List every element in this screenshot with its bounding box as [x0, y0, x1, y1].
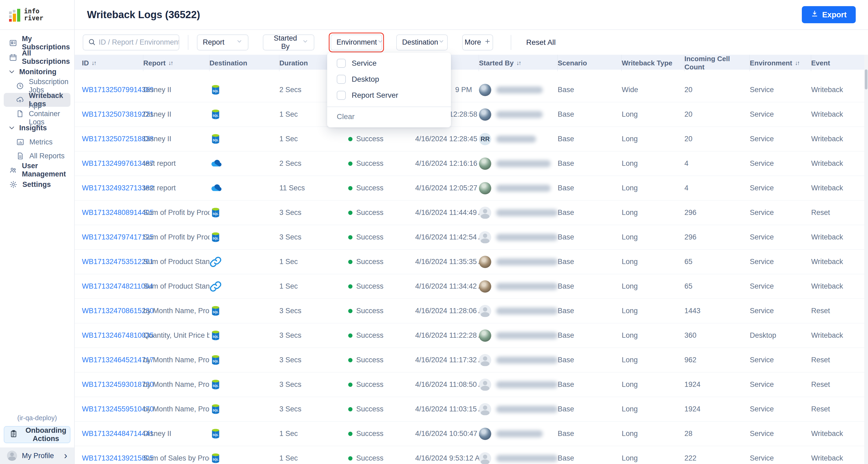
sort-arrows-icon[interactable]: ↓↑ [795, 60, 799, 66]
incoming-cell-count-value: 360 [684, 331, 750, 340]
log-id-link[interactable]: WB171324708615230 [82, 307, 143, 315]
report-name: by Month Name, Product, S [143, 380, 210, 389]
environment-option-desktop[interactable]: Desktop [327, 71, 451, 87]
topbar: Writeback Logs (36522) Export [75, 0, 868, 30]
column-header-event: Event [811, 55, 868, 71]
started-by-cell [479, 84, 558, 96]
log-id-link[interactable]: WB171324484714441 [82, 430, 143, 438]
environment-value: Service [750, 208, 811, 217]
log-id-link[interactable]: WB171324997613487 [82, 160, 143, 168]
column-header-id[interactable]: ID↓↑ [82, 55, 143, 71]
incoming-cell-count-value: 296 [684, 208, 750, 217]
incoming-cell-count-value: 1443 [684, 307, 750, 315]
log-id-link[interactable]: WB171325073819221 [82, 110, 143, 119]
log-id-link[interactable]: WB171324139215805 [82, 454, 143, 462]
status-badge: Success [348, 430, 415, 438]
user-avatar [479, 182, 491, 194]
log-id-link[interactable]: WB171324559510470 [82, 405, 143, 413]
log-id-link[interactable]: WB171324674810035 [82, 331, 143, 340]
sidebar-item-settings[interactable]: Settings [0, 177, 74, 192]
log-id-link[interactable]: WB171324808914405 [82, 208, 143, 217]
status-badge: Success [348, 282, 415, 290]
log-id-link[interactable]: WB171324932713382 [82, 184, 143, 192]
sort-arrows-icon[interactable]: ↓↑ [516, 60, 521, 66]
environment-option-report-server[interactable]: Report Server [327, 87, 451, 103]
inforiver-logo-icon [9, 8, 20, 22]
log-id-link[interactable]: WB171324797417125 [82, 233, 143, 241]
started-at-value: 4/16/2024 11:42:54 AM [415, 233, 479, 241]
column-header-started-by[interactable]: Started By↓↑ [479, 55, 558, 71]
writeback-type-value: Long [622, 331, 684, 340]
started-by-cell [479, 379, 558, 391]
event-value: Writeback [811, 135, 868, 143]
column-header-scenario: Scenario [558, 55, 622, 71]
onboarding-actions-button[interactable]: Onboarding Actions [4, 426, 70, 443]
status-badge: Success [348, 405, 415, 413]
log-id-link[interactable]: WB171325072518838 [82, 135, 143, 143]
log-id-link[interactable]: WB171324753512261 [82, 258, 143, 266]
filter-report-button[interactable]: Report [197, 34, 248, 51]
sidebar-item-all-reports[interactable]: All Reports [0, 149, 74, 163]
svg-text:SQL: SQL [213, 310, 219, 313]
page-title: Writeback Logs (36522) [87, 9, 200, 21]
environment-value: Service [750, 233, 811, 241]
column-header-report[interactable]: Report↓↑ [143, 55, 210, 71]
environment-option-service[interactable]: Service [327, 55, 451, 71]
search-box[interactable] [83, 34, 179, 51]
column-header-environment[interactable]: Environment↓↑ [750, 55, 811, 71]
success-dot-icon [348, 211, 352, 215]
status-badge: Success [348, 160, 415, 168]
vertical-scrollbar[interactable] [864, 55, 868, 464]
duration-value: 3 Secs [279, 405, 348, 413]
dropdown-clear-button[interactable]: Clear [327, 107, 451, 127]
search-input[interactable] [99, 38, 179, 47]
filter-destination-button[interactable]: Destination [396, 34, 448, 51]
column-header-destination: Destination [210, 55, 279, 71]
log-id-link[interactable]: WB171325079914369 [82, 86, 143, 94]
log-id-link[interactable]: WB171324593018720 [82, 380, 143, 389]
incoming-cell-count-value: 65 [684, 282, 750, 290]
started-at-value: 4/16/2024 11:08:50 AM [415, 380, 479, 389]
export-label: Export [822, 10, 847, 19]
sidebar-item-my-subscriptions[interactable]: My Subscriptions [0, 36, 74, 50]
sidebar-item-subscription-jobs[interactable]: Subscription Jobs [0, 79, 74, 93]
sidebar-item-app-container-logs[interactable]: App Container Logs [0, 107, 74, 121]
filter-bar: Report Started By Environment Destinatio… [75, 30, 868, 55]
svg-text:SQL: SQL [213, 212, 219, 215]
export-button[interactable]: Export [802, 6, 856, 23]
table-row: WB171325073819221Disney IISQL1 SecSucces… [75, 102, 868, 127]
my-profile-item[interactable]: My Profile › [0, 447, 74, 464]
writeback-type-value: Long [622, 233, 684, 241]
scrollbar-thumb[interactable] [865, 69, 867, 89]
sidebar-item-all-subscriptions[interactable]: All Subscriptions [0, 50, 74, 65]
incoming-cell-count-value: 28 [684, 430, 750, 438]
log-id-link[interactable]: WB171324645214717 [82, 356, 143, 364]
main-content: Writeback Logs (36522) Export Report [75, 0, 868, 464]
started-at-value: 4/16/2024 9:53:12 AM [415, 454, 479, 462]
destination-cloud-icon [210, 157, 279, 170]
user-name-redacted [496, 308, 558, 315]
checkbox[interactable] [337, 75, 346, 84]
more-filters-button[interactable]: More [462, 34, 493, 51]
status-badge: Success [348, 135, 415, 143]
environment-value: Desktop [750, 331, 811, 340]
filter-environment-button[interactable]: Environment [331, 34, 382, 51]
sidebar-item-monitoring[interactable]: Monitoring [0, 65, 74, 79]
sort-arrows-icon[interactable]: ↓↑ [168, 60, 173, 66]
filter-started-by-button[interactable]: Started By [263, 34, 314, 51]
sort-arrows-icon[interactable]: ↓↑ [92, 60, 96, 66]
started-by-cell [479, 207, 558, 219]
sidebar-item-label: Monitoring [19, 68, 56, 76]
reset-all-button[interactable]: Reset All [526, 38, 556, 47]
user-avatar [479, 84, 491, 96]
log-id-link[interactable]: WB171324748211064 [82, 282, 143, 290]
user-avatar [479, 452, 491, 464]
checkbox[interactable] [337, 91, 346, 100]
checkbox[interactable] [337, 59, 346, 68]
destination-sql-icon: SQL [210, 207, 279, 219]
sidebar-item-user-management[interactable]: User Management [0, 163, 74, 177]
event-value: Writeback [811, 184, 868, 192]
writeback-type-value: Long [622, 356, 684, 364]
user-avatar [479, 329, 491, 342]
sidebar-item-metrics[interactable]: Metrics [0, 135, 74, 149]
